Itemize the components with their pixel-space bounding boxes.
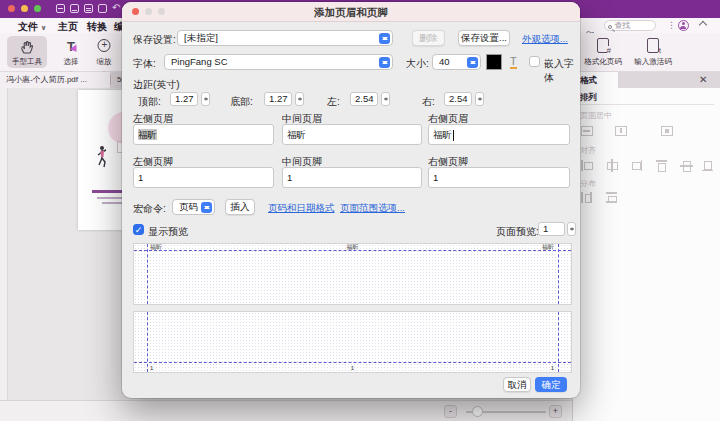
margin-bottom-field[interactable]: 1.27	[264, 92, 292, 106]
size-select[interactable]: 40	[432, 54, 481, 70]
underline-toggle[interactable]: T	[510, 55, 517, 69]
align-middle-icon[interactable]	[680, 159, 693, 172]
margin-right-field[interactable]: 2.54	[444, 92, 472, 106]
close-panel-icon[interactable]: ✕	[699, 74, 707, 85]
new-document-icon[interactable]	[98, 4, 107, 13]
statusbar: - +	[0, 400, 572, 421]
font-label: 字体:	[133, 57, 156, 71]
search-input[interactable]: 查找	[604, 20, 656, 31]
font-select[interactable]: PingFang SC	[164, 54, 393, 70]
menu-file[interactable]: 文件 ∨	[18, 20, 46, 34]
ok-button[interactable]: 确定	[535, 377, 567, 392]
menu-home[interactable]: 主页	[58, 20, 78, 34]
right-margin-dashed-line	[558, 244, 559, 304]
save-settings-button[interactable]: 保存设置...	[458, 30, 510, 46]
select-stepper-icon	[467, 57, 478, 68]
right-margin-dashed-line	[558, 312, 559, 372]
page-center-horizontal-icon[interactable]	[614, 124, 627, 137]
footer-right-field[interactable]: 1	[428, 167, 570, 188]
page-center-both-icon[interactable]	[660, 124, 673, 137]
margin-left-stepper[interactable]	[381, 92, 390, 106]
document-tab-active[interactable]: 冯小惠-个人简历.pdf ...	[0, 72, 110, 88]
preview-footer-left: 1	[150, 365, 153, 371]
margin-top-stepper[interactable]	[201, 92, 210, 106]
distribute-horizontal-icon[interactable]	[580, 191, 593, 204]
enter-activation-code-button[interactable]: 输入激活码	[630, 36, 676, 68]
left-margin-dashed-line	[147, 244, 148, 304]
select-stepper-icon	[201, 202, 212, 213]
margin-bottom-stepper[interactable]	[295, 92, 304, 106]
align-top-icon[interactable]	[655, 159, 668, 172]
preview-header-left: 福昕	[150, 244, 162, 250]
insert-button[interactable]: 插入	[225, 199, 255, 215]
show-preview-label: 显示预览	[148, 225, 188, 239]
cancel-button[interactable]: 取消	[503, 377, 531, 392]
more-options-icon[interactable]: ⋮	[667, 20, 676, 30]
delete-button[interactable]: 删除	[412, 30, 445, 46]
page-range-options-link[interactable]: 页面范围选项...	[340, 202, 405, 215]
preview-footer-right: 1	[551, 365, 554, 371]
macro-select[interactable]: 页码	[172, 199, 215, 215]
select-text-icon: T	[63, 39, 79, 55]
footer-preview-strip: 1 1 1	[133, 311, 572, 373]
macro-label: 宏命令:	[133, 202, 166, 216]
appearance-options-link[interactable]: 外观选项...	[522, 33, 568, 46]
size-label: 大小:	[406, 57, 429, 71]
zoom-out-button[interactable]: -	[444, 405, 457, 418]
left-panel-strip	[0, 88, 8, 400]
footer-center-field[interactable]: 1	[282, 167, 422, 188]
add-header-footer-dialog: 添加页眉和页脚 保存设置: [未指定] 删除 保存设置... 外观选项... 字…	[122, 2, 580, 398]
header-right-field[interactable]: 福昕	[428, 124, 570, 145]
print-icon[interactable]	[84, 4, 93, 13]
zoom-slider-knob[interactable]	[472, 406, 483, 417]
group-page-center-label: 页面居中	[580, 110, 612, 121]
format-page-number-button[interactable]: 格式化页码	[580, 36, 626, 68]
font-color-swatch[interactable]	[486, 54, 502, 70]
preview-header-right: 福昕	[542, 244, 554, 250]
minimize-window-button[interactable]	[21, 5, 28, 12]
align-right-icon[interactable]	[630, 159, 643, 172]
margin-left-field[interactable]: 2.54	[350, 92, 378, 106]
select-stepper-icon	[379, 57, 390, 68]
hand-tool-button[interactable]: 手型工具	[7, 36, 47, 68]
header-left-field[interactable]: 福昕	[133, 124, 274, 145]
format-page-number-icon	[597, 38, 609, 53]
left-margin-dashed-line	[147, 312, 148, 372]
header-center-field[interactable]: 福昕	[282, 124, 422, 145]
zoom-in-button[interactable]: +	[549, 405, 562, 418]
margin-right-label: 右:	[422, 95, 435, 109]
footer-left-field[interactable]: 1	[133, 167, 274, 188]
embed-font-checkbox[interactable]	[529, 56, 540, 67]
text-cursor	[453, 130, 454, 141]
group-distribute-label: 分布	[580, 178, 596, 189]
save-settings-select[interactable]: [未指定]	[177, 30, 393, 46]
bottom-margin-dashed-line	[134, 362, 571, 363]
distribute-vertical-icon[interactable]	[605, 191, 618, 204]
open-icon[interactable]	[70, 4, 79, 13]
margin-right-stepper[interactable]	[475, 92, 484, 106]
align-bottom-icon[interactable]	[701, 159, 714, 172]
undo-icon[interactable]: ↶	[112, 2, 120, 14]
header-preview-strip: 福昕 福昕 福昕	[133, 243, 572, 305]
show-preview-checkbox[interactable]: ✓	[133, 224, 144, 235]
margin-top-label: 顶部:	[138, 95, 161, 109]
divider	[580, 104, 714, 105]
margin-bottom-label: 底部:	[230, 95, 253, 109]
page-preview-field[interactable]: 1	[538, 222, 565, 236]
section-arrange: 排列	[580, 92, 597, 104]
page-center-vertical-icon[interactable]	[580, 124, 593, 137]
top-margin-dashed-line	[134, 250, 571, 251]
zoom-icon	[98, 39, 111, 52]
collapse-toolbar-icon[interactable]	[699, 21, 707, 29]
zoom-window-button[interactable]	[34, 5, 41, 12]
dialog-title: 添加页眉和页脚	[122, 6, 580, 20]
page-preview-stepper[interactable]	[567, 222, 576, 236]
page-number-format-link[interactable]: 页码和日期格式	[268, 202, 335, 215]
user-avatar[interactable]	[678, 20, 689, 31]
close-window-button[interactable]	[8, 5, 15, 12]
margin-top-field[interactable]: 1.27	[170, 92, 198, 106]
align-left-icon[interactable]	[580, 159, 593, 172]
align-center-horizontal-icon[interactable]	[605, 159, 618, 172]
menu-convert[interactable]: 转换	[87, 20, 107, 34]
save-icon[interactable]	[56, 4, 65, 13]
